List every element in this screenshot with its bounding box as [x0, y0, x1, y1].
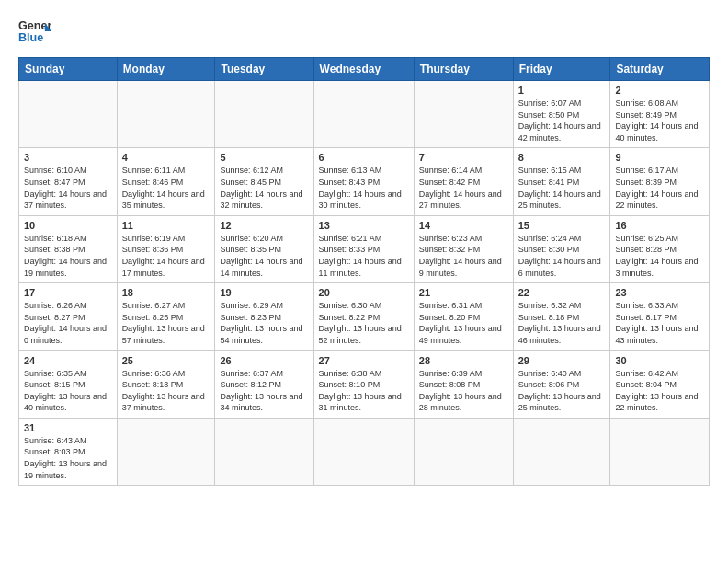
day-cell: 1Sunrise: 6:07 AM Sunset: 8:50 PM Daylig… [513, 81, 610, 148]
day-cell [313, 81, 414, 148]
day-info: Sunrise: 6:20 AM Sunset: 8:35 PM Dayligh… [220, 233, 308, 279]
day-cell: 14Sunrise: 6:23 AM Sunset: 8:32 PM Dayli… [414, 215, 513, 282]
day-cell: 28Sunrise: 6:39 AM Sunset: 8:08 PM Dayli… [414, 350, 513, 418]
day-info: Sunrise: 6:40 AM Sunset: 8:06 PM Dayligh… [518, 368, 606, 414]
day-number: 14 [419, 220, 508, 231]
day-info: Sunrise: 6:23 AM Sunset: 8:32 PM Dayligh… [419, 233, 508, 279]
weekday-wednesday: Wednesday [313, 58, 414, 81]
day-number: 19 [220, 287, 308, 298]
day-cell: 26Sunrise: 6:37 AM Sunset: 8:12 PM Dayli… [215, 350, 313, 418]
day-number: 30 [615, 355, 704, 366]
day-info: Sunrise: 6:27 AM Sunset: 8:25 PM Dayligh… [122, 300, 210, 346]
page: General Blue SundayMondayTuesdayWednesda… [0, 0, 728, 495]
day-number: 9 [615, 152, 704, 163]
day-number: 7 [419, 152, 508, 163]
day-info: Sunrise: 6:33 AM Sunset: 8:17 PM Dayligh… [615, 300, 704, 346]
day-number: 15 [518, 220, 606, 231]
day-cell: 31Sunrise: 6:43 AM Sunset: 8:03 PM Dayli… [19, 418, 118, 485]
day-number: 11 [122, 220, 210, 231]
day-info: Sunrise: 6:07 AM Sunset: 8:50 PM Dayligh… [518, 98, 606, 144]
day-number: 27 [319, 355, 409, 366]
day-cell [215, 418, 313, 485]
day-info: Sunrise: 6:24 AM Sunset: 8:30 PM Dayligh… [518, 233, 606, 279]
day-number: 2 [615, 85, 704, 96]
day-info: Sunrise: 6:10 AM Sunset: 8:47 PM Dayligh… [24, 165, 112, 211]
day-number: 12 [220, 220, 308, 231]
weekday-monday: Monday [117, 58, 215, 81]
day-number: 5 [220, 152, 308, 163]
day-cell: 21Sunrise: 6:31 AM Sunset: 8:20 PM Dayli… [414, 283, 513, 350]
day-info: Sunrise: 6:36 AM Sunset: 8:13 PM Dayligh… [122, 368, 210, 414]
day-number: 26 [220, 355, 308, 366]
day-info: Sunrise: 6:30 AM Sunset: 8:22 PM Dayligh… [319, 300, 409, 346]
day-cell: 11Sunrise: 6:19 AM Sunset: 8:36 PM Dayli… [117, 215, 215, 282]
day-info: Sunrise: 6:21 AM Sunset: 8:33 PM Dayligh… [319, 233, 409, 279]
day-info: Sunrise: 6:14 AM Sunset: 8:42 PM Dayligh… [419, 165, 508, 211]
day-cell: 15Sunrise: 6:24 AM Sunset: 8:30 PM Dayli… [513, 215, 610, 282]
day-info: Sunrise: 6:35 AM Sunset: 8:15 PM Dayligh… [24, 368, 112, 414]
day-number: 29 [518, 355, 606, 366]
logo: General Blue [18, 15, 51, 48]
day-cell: 3Sunrise: 6:10 AM Sunset: 8:47 PM Daylig… [19, 148, 118, 215]
day-cell: 4Sunrise: 6:11 AM Sunset: 8:46 PM Daylig… [117, 148, 215, 215]
day-info: Sunrise: 6:32 AM Sunset: 8:18 PM Dayligh… [518, 300, 606, 346]
day-cell [117, 81, 215, 148]
weekday-thursday: Thursday [414, 58, 513, 81]
day-cell: 5Sunrise: 6:12 AM Sunset: 8:45 PM Daylig… [215, 148, 313, 215]
calendar: SundayMondayTuesdayWednesdayThursdayFrid… [18, 57, 710, 486]
day-number: 10 [24, 220, 112, 231]
day-cell: 16Sunrise: 6:25 AM Sunset: 8:28 PM Dayli… [610, 215, 710, 282]
day-info: Sunrise: 6:08 AM Sunset: 8:49 PM Dayligh… [615, 98, 704, 144]
day-number: 28 [419, 355, 508, 366]
day-info: Sunrise: 6:25 AM Sunset: 8:28 PM Dayligh… [615, 233, 704, 279]
day-cell [215, 81, 313, 148]
day-cell: 20Sunrise: 6:30 AM Sunset: 8:22 PM Dayli… [313, 283, 414, 350]
logo-icon: General Blue [18, 15, 51, 48]
day-info: Sunrise: 6:15 AM Sunset: 8:41 PM Dayligh… [518, 165, 606, 211]
day-info: Sunrise: 6:39 AM Sunset: 8:08 PM Dayligh… [419, 368, 508, 414]
weekday-sunday: Sunday [19, 58, 118, 81]
day-info: Sunrise: 6:29 AM Sunset: 8:23 PM Dayligh… [220, 300, 308, 346]
day-info: Sunrise: 6:38 AM Sunset: 8:10 PM Dayligh… [319, 368, 409, 414]
day-cell: 8Sunrise: 6:15 AM Sunset: 8:41 PM Daylig… [513, 148, 610, 215]
day-cell [313, 418, 414, 485]
day-cell: 19Sunrise: 6:29 AM Sunset: 8:23 PM Dayli… [215, 283, 313, 350]
day-info: Sunrise: 6:31 AM Sunset: 8:20 PM Dayligh… [419, 300, 508, 346]
day-cell: 2Sunrise: 6:08 AM Sunset: 8:49 PM Daylig… [610, 81, 710, 148]
header: General Blue [18, 15, 710, 48]
day-cell [414, 81, 513, 148]
week-row-6: 31Sunrise: 6:43 AM Sunset: 8:03 PM Dayli… [19, 418, 710, 485]
day-cell: 13Sunrise: 6:21 AM Sunset: 8:33 PM Dayli… [313, 215, 414, 282]
day-cell [414, 418, 513, 485]
day-number: 17 [24, 287, 112, 298]
weekday-friday: Friday [513, 58, 610, 81]
day-number: 22 [518, 287, 606, 298]
day-info: Sunrise: 6:11 AM Sunset: 8:46 PM Dayligh… [122, 165, 210, 211]
day-cell: 18Sunrise: 6:27 AM Sunset: 8:25 PM Dayli… [117, 283, 215, 350]
day-info: Sunrise: 6:42 AM Sunset: 8:04 PM Dayligh… [615, 368, 704, 414]
day-cell: 7Sunrise: 6:14 AM Sunset: 8:42 PM Daylig… [414, 148, 513, 215]
day-info: Sunrise: 6:19 AM Sunset: 8:36 PM Dayligh… [122, 233, 210, 279]
day-number: 8 [518, 152, 606, 163]
day-number: 16 [615, 220, 704, 231]
day-info: Sunrise: 6:37 AM Sunset: 8:12 PM Dayligh… [220, 368, 308, 414]
day-number: 21 [419, 287, 508, 298]
day-cell: 24Sunrise: 6:35 AM Sunset: 8:15 PM Dayli… [19, 350, 118, 418]
day-number: 24 [24, 355, 112, 366]
day-cell [19, 81, 118, 148]
day-cell: 10Sunrise: 6:18 AM Sunset: 8:38 PM Dayli… [19, 215, 118, 282]
svg-text:Blue: Blue [18, 31, 43, 44]
day-cell [610, 418, 710, 485]
day-info: Sunrise: 6:12 AM Sunset: 8:45 PM Dayligh… [220, 165, 308, 211]
day-number: 13 [319, 220, 409, 231]
day-cell: 17Sunrise: 6:26 AM Sunset: 8:27 PM Dayli… [19, 283, 118, 350]
day-cell: 27Sunrise: 6:38 AM Sunset: 8:10 PM Dayli… [313, 350, 414, 418]
day-cell: 29Sunrise: 6:40 AM Sunset: 8:06 PM Dayli… [513, 350, 610, 418]
week-row-5: 24Sunrise: 6:35 AM Sunset: 8:15 PM Dayli… [19, 350, 710, 418]
week-row-1: 1Sunrise: 6:07 AM Sunset: 8:50 PM Daylig… [19, 81, 710, 148]
day-cell: 25Sunrise: 6:36 AM Sunset: 8:13 PM Dayli… [117, 350, 215, 418]
day-number: 18 [122, 287, 210, 298]
day-cell [117, 418, 215, 485]
day-number: 31 [24, 422, 112, 433]
day-cell: 30Sunrise: 6:42 AM Sunset: 8:04 PM Dayli… [610, 350, 710, 418]
